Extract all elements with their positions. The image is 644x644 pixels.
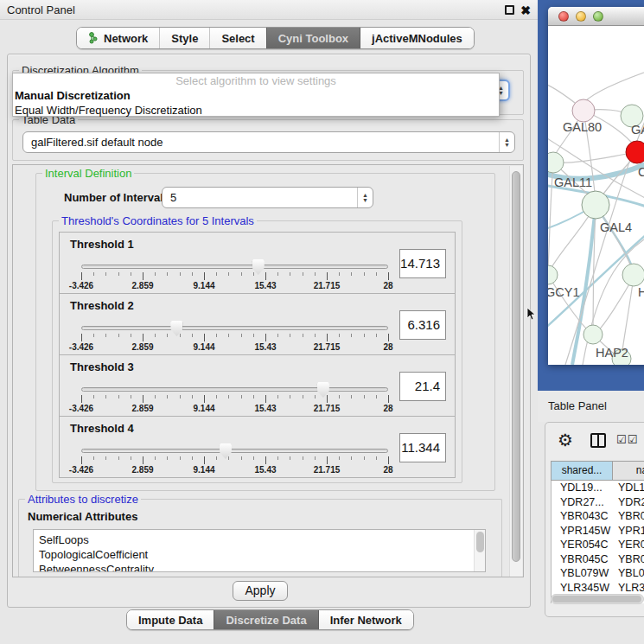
tab-network[interactable]: Network: [77, 28, 159, 48]
cell: YBR0: [615, 552, 644, 567]
table-panel-title: Table Panel: [548, 391, 607, 422]
close-icon[interactable]: ✖: [520, 2, 531, 19]
slider-track[interactable]: [81, 387, 388, 392]
gear-icon[interactable]: ⚙: [558, 430, 573, 450]
table-row[interactable]: YLR345WYLR3: [552, 581, 644, 596]
mouse-cursor: [526, 307, 537, 321]
threshold-value-field[interactable]: 6.316: [399, 310, 446, 340]
interval-definition-section: Interval Definition Number of Intervals …: [35, 173, 495, 491]
split-columns-icon[interactable]: [590, 433, 606, 448]
node-label-gal11: GAL11: [554, 175, 592, 189]
screen: Control Panel ✖ Network Style Select Cyn…: [0, 0, 644, 644]
table-row[interactable]: YBR045CYBR0: [552, 552, 644, 567]
tab-label: Select: [221, 32, 254, 45]
tab-label: jActiveMNodules: [372, 32, 462, 45]
slider-track[interactable]: [81, 326, 388, 330]
panel-scrollbar-thumb[interactable]: [512, 171, 520, 562]
settings-scroll-panel: Interval Definition Number of Intervals …: [12, 164, 524, 577]
tab-select[interactable]: Select: [209, 28, 265, 48]
thresholds-section: Threshold's Coordinates for 5 Intervals …: [52, 220, 462, 483]
tab-discretize-data[interactable]: Discretize Data: [214, 610, 317, 629]
tab-infer-network[interactable]: Infer Network: [318, 610, 413, 629]
table-data-combobox[interactable]: galFiltered.sif default node ▲▼: [22, 131, 515, 153]
table-row[interactable]: YPR145WYPR1: [552, 524, 644, 539]
threshold-value-field[interactable]: 11.344: [399, 433, 446, 462]
network-node-gal80[interactable]: [572, 99, 595, 122]
table-row[interactable]: YBL079WYBL0: [552, 566, 644, 581]
table-header-row: shared... na: [551, 461, 644, 481]
tick-labels: -3.4262.8599.14415.4321.71528: [81, 342, 388, 353]
network-node[interactable]: [622, 264, 644, 286]
panel-scrollbar[interactable]: [509, 166, 522, 577]
interval-definition-title: Interval Definition: [42, 167, 134, 180]
threshold-4-panel: Threshold 4 -3.4262.8599.14415.4321.7152…: [59, 416, 456, 478]
minimize-traffic-light[interactable]: [576, 11, 586, 22]
cell: YPR1: [615, 524, 644, 539]
network-graph: GAL80 GA C GAL11 GAL4 GCY1 H HAP2: [548, 26, 644, 365]
list-scrollbar[interactable]: [474, 530, 485, 571]
combo-stepper-icon: ▲▼: [357, 188, 373, 207]
thresholds-title: Threshold's Coordinates for 5 Intervals: [59, 214, 257, 227]
cell: YDL1: [615, 481, 644, 495]
list-scrollbar-thumb[interactable]: [476, 532, 484, 552]
threshold-label: Threshold 3: [70, 360, 134, 373]
number-of-intervals-label: Number of Intervals: [64, 191, 169, 204]
control-panel-tabs: Network Style Select Cyni Toolbox jActiv…: [76, 27, 475, 49]
number-of-intervals-value: 5: [170, 188, 176, 207]
cell: YBR043C: [552, 509, 615, 524]
close-traffic-light[interactable]: [558, 11, 569, 22]
cell: YBR045C: [552, 552, 615, 567]
list-item[interactable]: SelfLoops: [34, 530, 485, 547]
column-header-name[interactable]: na: [613, 461, 644, 481]
float-window-icon[interactable]: [505, 5, 514, 15]
tab-label: Network: [104, 32, 148, 45]
threshold-2-panel: Threshold 2 -3.4262.8599.14415.4321.7152…: [59, 293, 456, 355]
table-horizontal-scrollbar[interactable]: [551, 594, 644, 604]
threshold-value-field[interactable]: 21.4: [399, 372, 446, 401]
attributes-list: SelfLoops TopologicalCoefficient Between…: [33, 529, 486, 572]
tab-style[interactable]: Style: [159, 28, 209, 48]
select-columns-checkbox-icons[interactable]: ☑☑: [616, 433, 638, 446]
table-row[interactable]: YER054CYER0: [552, 538, 644, 552]
network-node-hap2[interactable]: [583, 325, 603, 344]
slider-ticks: [81, 395, 388, 404]
combo-stepper-icon: ▲▼: [499, 132, 514, 152]
network-node-selected-red[interactable]: [626, 141, 644, 163]
desktop-background: GAL80 GA C GAL11 GAL4 GCY1 H HAP2: [538, 0, 644, 391]
dropdown-option-manual[interactable]: Manual Discretization: [13, 88, 499, 103]
slider-track[interactable]: [81, 265, 388, 269]
number-of-intervals-combobox[interactable]: 5 ▲▼: [162, 187, 373, 208]
threshold-value-field[interactable]: 14.713: [399, 249, 446, 278]
tab-jactivemnodules[interactable]: jActiveMNodules: [360, 28, 474, 48]
apply-button[interactable]: Apply: [233, 581, 288, 601]
zoom-traffic-light[interactable]: [593, 11, 603, 22]
table-row[interactable]: YDL19...YDL1: [552, 481, 644, 495]
network-view-window: GAL80 GA C GAL11 GAL4 GCY1 H HAP2: [548, 7, 644, 365]
list-item[interactable]: TopologicalCoefficient: [34, 547, 485, 562]
list-item[interactable]: BetweennessCentrality: [34, 562, 485, 572]
table-data-section: Table Data galFiltered.sif default node …: [12, 119, 524, 161]
network-canvas[interactable]: GAL80 GA C GAL11 GAL4 GCY1 H HAP2: [548, 26, 644, 365]
table-scrollbar-thumb[interactable]: [552, 596, 641, 603]
cell: YLR345W: [552, 581, 615, 596]
cell: YER0: [615, 538, 644, 552]
control-panel: Control Panel ✖ Network Style Select Cyn…: [0, 0, 538, 644]
network-node-gcy1[interactable]: [548, 265, 558, 284]
algorithm-dropdown-popup: Select algorithm to view settings Manual…: [12, 73, 500, 117]
network-tab-icon: [88, 32, 99, 44]
slider-ticks: [81, 456, 388, 465]
table-row[interactable]: YDR27...YDR2: [552, 495, 644, 510]
attributes-title: Attributes to discretize: [25, 493, 141, 506]
table-row[interactable]: YBR043CYBR0: [552, 509, 644, 524]
slider-track[interactable]: [81, 449, 388, 453]
column-header-shared-name[interactable]: shared...: [551, 461, 613, 481]
network-node-gal4[interactable]: [582, 191, 609, 219]
tab-cyni-toolbox[interactable]: Cyni Toolbox: [266, 28, 360, 48]
threshold-1-panel: Threshold 1 -3.4262.8599.14415.4321.7152…: [59, 232, 456, 294]
network-window-titlebar[interactable]: [548, 7, 644, 26]
tab-impute-data[interactable]: Impute Data: [127, 610, 214, 629]
panel-title: Control Panel: [7, 0, 75, 20]
threshold-label: Threshold 2: [70, 299, 134, 312]
dropdown-option-equal-width[interactable]: Equal Width/Frequency Discretization: [13, 103, 499, 118]
cell: YDL19...: [552, 481, 615, 495]
